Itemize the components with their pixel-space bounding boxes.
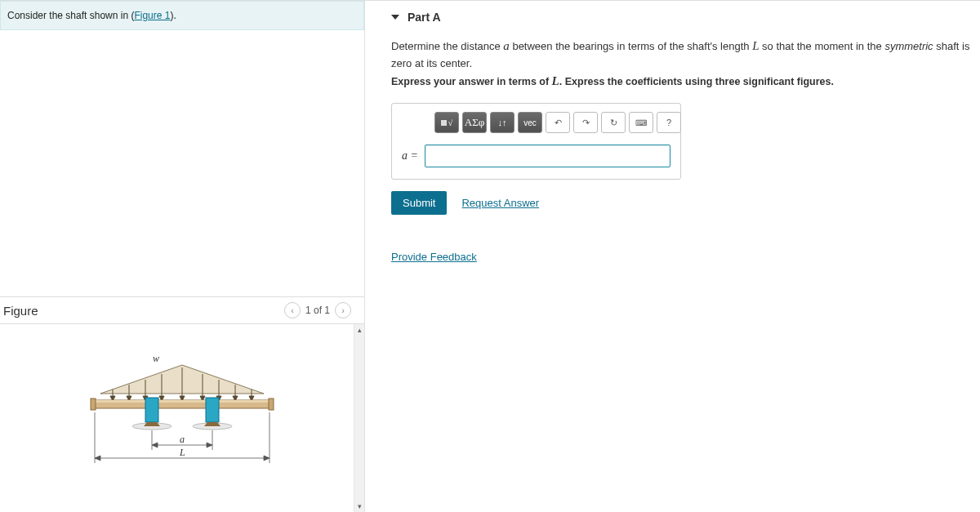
reset-button[interactable]: ↻ [601, 112, 626, 133]
figure-pager-label: 1 of 1 [305, 305, 330, 316]
figure-pager: ‹ 1 of 1 › [284, 302, 361, 318]
scroll-down-icon: ▾ [354, 501, 364, 512]
figure-scrollbar[interactable]: ▴ ▾ [354, 324, 364, 512]
part-header[interactable]: Part A [391, 11, 973, 24]
svg-rect-26 [206, 398, 219, 422]
answer-label: a = [402, 149, 418, 163]
submit-row: Submit Request Answer [391, 191, 973, 215]
svg-marker-32 [152, 443, 158, 447]
svg-rect-21 [91, 398, 96, 410]
figure-label-L: L [179, 447, 185, 458]
intro-post: ). [170, 10, 176, 21]
var-a: a [503, 39, 510, 52]
provide-feedback-link[interactable]: Provide Feedback [391, 251, 477, 263]
prompt-mid: between the bearings in terms of the sha… [510, 40, 752, 52]
undo-button[interactable]: ↶ [546, 112, 570, 133]
answer-input[interactable] [425, 145, 670, 167]
svg-marker-37 [95, 456, 100, 461]
problem-intro: Consider the shaft shown in (Figure 1). [0, 1, 364, 30]
svg-rect-20 [92, 400, 272, 403]
figure-heading: Figure [3, 304, 38, 318]
subsup-button[interactable]: ↓↑ [490, 112, 514, 133]
svg-marker-33 [207, 443, 212, 447]
scroll-up-icon: ▴ [354, 324, 364, 336]
intro-pre: Consider the shaft shown in ( [7, 10, 134, 21]
help-button[interactable]: ? [657, 112, 681, 133]
svg-rect-22 [269, 398, 274, 410]
request-answer-link[interactable]: Request Answer [461, 197, 539, 209]
hint-text: Express your answer in terms of L. Expre… [391, 74, 973, 88]
equation-toolbar: √ ΑΣφ ↓↑ vec ↶ ↷ ↻ ⌨ ? [434, 112, 670, 133]
figure-area: ▴ ▾ [0, 324, 364, 512]
prompt-text: Determine the distance a between the bea… [391, 37, 973, 71]
hint-L: L [552, 74, 559, 87]
left-column: Consider the shaft shown in (Figure 1). … [0, 1, 365, 512]
prompt-post: so that the moment in the [759, 40, 884, 52]
collapse-icon [391, 15, 399, 20]
svg-rect-23 [145, 398, 158, 422]
prompt-pre: Determine the distance [391, 40, 503, 52]
answer-input-row: a = [402, 145, 670, 167]
figure-link[interactable]: Figure 1 [134, 10, 170, 21]
hint-pre: Express your answer in terms of [391, 76, 552, 87]
main-container: Consider the shaft shown in (Figure 1). … [0, 1, 980, 512]
vec-button[interactable]: vec [518, 112, 542, 133]
answer-box: √ ΑΣφ ↓↑ vec ↶ ↷ ↻ ⌨ ? a = [391, 103, 681, 180]
figure-label-a: a [180, 434, 185, 445]
part-title: Part A [408, 11, 441, 24]
figure-header: Figure ‹ 1 of 1 › [0, 296, 364, 324]
figure-svg: a L w [68, 349, 296, 488]
svg-marker-38 [264, 456, 270, 461]
right-column: Part A Determine the distance a between … [365, 1, 980, 512]
keyboard-button[interactable]: ⌨ [629, 112, 653, 133]
figure-next-button[interactable]: › [335, 302, 351, 318]
figure-label-w: w [153, 353, 159, 364]
greek-button[interactable]: ΑΣφ [462, 112, 487, 133]
prompt-italic: symmetric [884, 40, 933, 52]
figure-prev-button[interactable]: ‹ [284, 302, 301, 318]
templates-button[interactable]: √ [434, 112, 459, 133]
redo-button[interactable]: ↷ [573, 112, 598, 133]
hint-post: . Express the coefficients using three s… [559, 76, 834, 87]
submit-button[interactable]: Submit [391, 191, 447, 215]
